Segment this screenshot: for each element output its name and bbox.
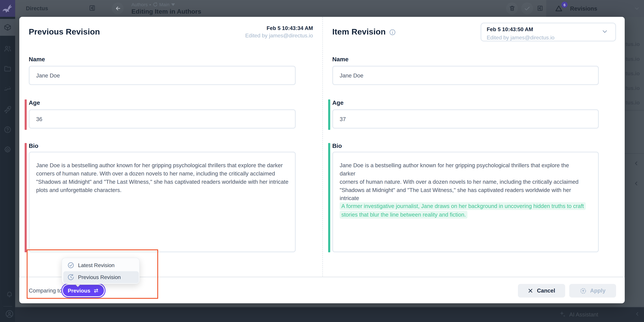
previous-revision-timestamp: Feb 5 10:43:34 AM (190, 25, 313, 31)
check-circle-icon (67, 262, 74, 269)
revision-select-dropdown[interactable]: Feb 5 10:43:50 AM Edited by james@direct… (480, 23, 616, 42)
selected-revision-timestamp: Feb 5 10:43:50 AM (486, 26, 533, 33)
version-sync-icon (153, 2, 158, 7)
item-revision-heading-text: Item Revision (332, 27, 386, 37)
folder-icon (4, 65, 12, 73)
drawer-divider (625, 153, 644, 154)
name-input[interactable]: Jane Doe (332, 66, 599, 85)
age-input[interactable]: 37 (332, 109, 599, 129)
bio-value: Jane Doe is a bestselling author known f… (36, 162, 290, 194)
breadcrumb-separator: • (149, 2, 151, 7)
apply-button[interactable]: Apply (569, 284, 616, 297)
cancel-label: Cancel (537, 288, 555, 294)
rocket-icon (4, 106, 12, 113)
age-input[interactable]: 36 (29, 109, 296, 129)
name-input[interactable]: Jane Doe (29, 66, 296, 85)
changed-indicator-bar (328, 99, 330, 130)
sparkles-icon (559, 311, 566, 317)
field-label-name: Name (29, 56, 45, 63)
item-revision-heading: Item Revision (332, 27, 396, 37)
chevron-down-icon[interactable] (634, 6, 640, 11)
directus-logo[interactable] (0, 0, 15, 17)
previous-revision-meta: Feb 5 10:43:34 AM Edited by james@direct… (190, 25, 313, 39)
revision-list-item[interactable]: tus.io (626, 85, 644, 91)
info-icon[interactable] (389, 29, 396, 36)
age-value: 37 (340, 116, 346, 122)
changed-indicator-bar (24, 99, 26, 130)
apply-upload-icon (580, 287, 586, 294)
field-label-age: Age (332, 99, 344, 106)
module-help[interactable] (0, 121, 15, 138)
ai-assistant-label[interactable]: AI Assistant (569, 311, 598, 318)
name-value: Jane Doe (36, 72, 60, 79)
page-title: Editing Item in Authors (132, 8, 201, 15)
module-files[interactable] (0, 61, 15, 77)
dock-right-icon[interactable] (537, 5, 543, 12)
menu-item-previous-revision[interactable]: Previous Revision (63, 271, 139, 283)
previous-revision-edited-by: Edited by james@directus.io (190, 33, 313, 39)
revisions-drawer-label[interactable]: Revisions (570, 6, 597, 12)
rabbit-logo-icon (3, 5, 12, 13)
arrow-left-icon (115, 6, 121, 12)
comparing-to-label: Comparing to (29, 288, 62, 294)
user-avatar-icon[interactable] (5, 309, 14, 318)
cancel-button[interactable]: Cancel (518, 284, 565, 297)
changed-indicator-bar (328, 143, 330, 252)
page-background-left (15, 17, 19, 307)
bio-added-text: A former investigative journalist, Jane … (340, 202, 586, 219)
chevron-left-icon[interactable] (634, 311, 640, 317)
revision-list-item[interactable]: tus.io (626, 56, 644, 62)
revision-list-item[interactable]: tus.io (626, 99, 644, 106)
trash-icon (509, 5, 516, 12)
menu-item-label: Latest Revision (78, 262, 115, 268)
name-value: Jane Doe (340, 72, 364, 79)
breadcrumb-version: Main (159, 2, 170, 7)
breadcrumb-collection: Authors (132, 2, 148, 7)
chevron-down-icon (602, 28, 608, 35)
apply-label: Apply (590, 288, 606, 294)
insights-icon (4, 85, 12, 93)
bio-textarea[interactable]: Jane Doe is a bestselling author known f… (332, 152, 599, 252)
history-icon (67, 274, 74, 280)
field-label-bio: Bio (29, 143, 38, 149)
field-label-name: Name (332, 56, 348, 63)
compare-target-label: Previous (68, 287, 90, 294)
bio-added-paragraph: A former investigative journalist, Jane … (340, 202, 586, 219)
compare-target-button[interactable]: Previous (62, 284, 105, 297)
revision-list-item[interactable]: tus.io (626, 70, 644, 77)
drawer-divider (625, 110, 644, 111)
chevron-left-icon[interactable] (634, 160, 640, 167)
module-content[interactable] (0, 19, 15, 36)
panel-divider (322, 17, 323, 276)
menu-item-latest-revision[interactable]: Latest Revision (63, 259, 139, 271)
revisions-delta-icon (555, 6, 562, 12)
revisions-count-badge: 6 (562, 2, 568, 8)
help-icon (4, 126, 12, 134)
age-value: 36 (36, 116, 42, 122)
screen: Directus Authors • Main Editing Item in … (0, 0, 644, 322)
compare-menu: Latest Revision Previous Revision (62, 258, 140, 284)
module-settings[interactable] (0, 141, 15, 158)
collapse-sidebar-icon[interactable] (89, 5, 96, 12)
module-marketplace[interactable] (0, 101, 15, 118)
box-icon (4, 24, 12, 31)
selected-revision-edited-by: Edited by james@directus.io (486, 35, 554, 41)
notifications-bell-icon[interactable] (6, 290, 13, 298)
module-users[interactable] (0, 40, 15, 57)
bio-textarea[interactable]: Jane Doe is a bestselling author known f… (29, 152, 296, 252)
users-icon (4, 45, 12, 53)
chevron-left-icon[interactable] (634, 180, 640, 187)
caret-down-icon (171, 3, 175, 6)
menu-item-label: Previous Revision (78, 274, 121, 280)
breadcrumb[interactable]: Authors • Main (132, 2, 175, 7)
module-insights[interactable] (0, 81, 15, 97)
close-icon (528, 288, 533, 293)
swap-arrows-icon (93, 288, 99, 293)
previous-revision-heading: Previous Revision (29, 27, 100, 37)
check-icon (524, 6, 530, 12)
revision-list-item[interactable]: tus.io (626, 41, 644, 47)
field-label-age: Age (29, 99, 40, 106)
changed-indicator-bar (24, 143, 26, 252)
sidebar-divider (3, 306, 12, 306)
sidebar-footer-bar (15, 307, 644, 322)
